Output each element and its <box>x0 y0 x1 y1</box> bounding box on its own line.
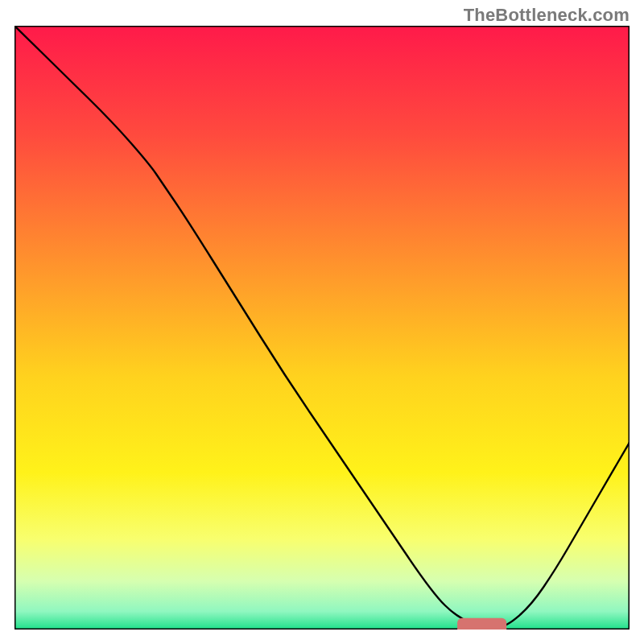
chart-svg <box>14 26 630 630</box>
watermark-text: TheBottleneck.com <box>464 5 630 26</box>
optimum-marker <box>457 618 506 630</box>
